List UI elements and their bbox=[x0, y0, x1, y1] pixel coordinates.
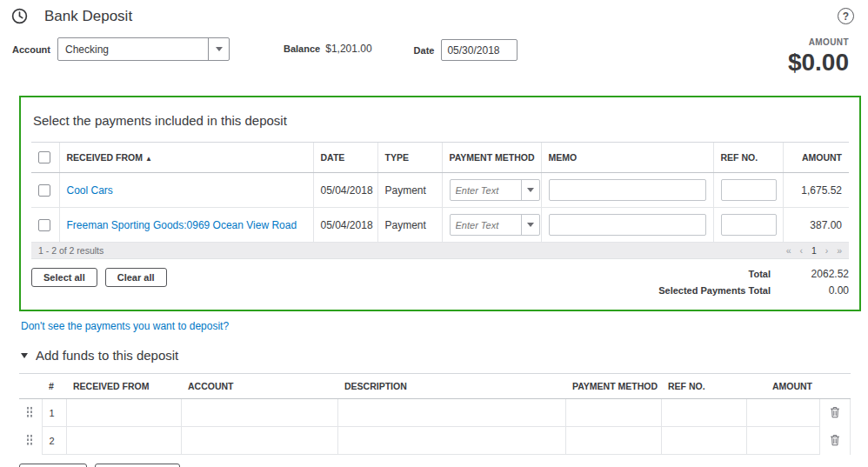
payment-row-1-memo-input[interactable] bbox=[549, 179, 706, 201]
pagination-last-icon[interactable]: » bbox=[837, 245, 842, 256]
payment-row-1-received-from-link[interactable]: Cool Cars bbox=[67, 184, 113, 197]
row-1-delete-button[interactable] bbox=[819, 399, 851, 427]
row-2-number: 2 bbox=[42, 427, 66, 455]
payment-row-2-memo-input[interactable] bbox=[549, 214, 706, 236]
payment-row-2-method-dropdown-arrow-icon[interactable] bbox=[521, 215, 539, 235]
clear-all-button[interactable]: Clear all bbox=[105, 268, 167, 287]
payment-row-1-checkbox[interactable] bbox=[38, 184, 50, 197]
payment-row-2: Freeman Sporting Goods:0969 Ocean View R… bbox=[31, 208, 849, 243]
row-1-received-from-cell[interactable] bbox=[66, 399, 181, 427]
payments-header-row: RECEIVED FROM▲ DATE TYPE PAYMENT METHOD … bbox=[31, 143, 849, 173]
col-amount[interactable]: AMOUNT bbox=[783, 143, 849, 173]
account-select[interactable]: Checking bbox=[57, 37, 230, 61]
payment-row-2-method-combo[interactable] bbox=[450, 214, 540, 236]
add-funds-heading-text: Add funds to this deposit bbox=[36, 348, 178, 363]
pagination-prev-icon[interactable]: ‹ bbox=[800, 245, 804, 256]
col-payment-method[interactable]: PAYMENT METHOD bbox=[442, 143, 541, 173]
pagination-current-page[interactable]: 1 bbox=[811, 245, 817, 256]
payment-row-1-ref-input[interactable] bbox=[721, 179, 777, 201]
af-col-account: ACCOUNT bbox=[181, 374, 337, 399]
payment-row-1-method-input[interactable] bbox=[451, 185, 521, 196]
payment-row-1-type: Payment bbox=[377, 173, 442, 208]
row-2-ref-no-cell[interactable] bbox=[661, 427, 746, 455]
row-1-account-cell[interactable] bbox=[181, 399, 337, 427]
add-lines-button[interactable]: Add lines bbox=[19, 464, 87, 467]
af-col-actions bbox=[819, 374, 851, 399]
row-2-delete-button[interactable] bbox=[819, 427, 851, 455]
payment-row-2-checkbox[interactable] bbox=[38, 219, 50, 231]
payment-row-1: Cool Cars 05/04/2018 Payment 1,675.52 bbox=[31, 173, 849, 208]
payment-row-2-method-input[interactable] bbox=[451, 220, 521, 230]
payment-row-2-amount: 387.00 bbox=[783, 208, 849, 243]
payment-row-2-ref-input[interactable] bbox=[721, 214, 777, 236]
row-1-drag-handle-icon[interactable] bbox=[26, 406, 33, 417]
row-2-received-from-cell[interactable] bbox=[66, 427, 181, 455]
total-value: 2062.52 bbox=[771, 268, 849, 280]
dont-see-payments-link: Don't see the payments you want to depos… bbox=[21, 320, 868, 332]
payments-panel: Select the payments included in this dep… bbox=[19, 96, 861, 311]
payment-row-1-method-combo[interactable] bbox=[450, 179, 540, 201]
af-col-num: # bbox=[42, 374, 66, 399]
payment-row-2-date: 05/04/2018 bbox=[313, 208, 377, 243]
collapse-triangle-icon bbox=[21, 353, 28, 358]
col-received-from[interactable]: RECEIVED FROM▲ bbox=[59, 143, 313, 173]
selected-total-value: 0.00 bbox=[771, 284, 849, 297]
col-memo[interactable]: MEMO bbox=[541, 143, 713, 173]
clear-all-lines-button[interactable]: Clear all lines bbox=[95, 464, 181, 467]
deposit-form-row: Account Checking Balance $1,201.00 Date … bbox=[0, 29, 868, 77]
payments-totals: Total 2062.52 Selected Payments Total 0.… bbox=[658, 268, 849, 301]
row-2-drag-handle-icon[interactable] bbox=[26, 434, 33, 445]
row-1-description-cell[interactable] bbox=[337, 399, 565, 427]
pagination-next-icon[interactable]: › bbox=[825, 245, 829, 256]
payment-row-2-type: Payment bbox=[377, 208, 442, 243]
row-1-ref-no-cell[interactable] bbox=[661, 399, 746, 427]
trash-icon bbox=[830, 434, 840, 446]
row-2-description-cell[interactable] bbox=[337, 427, 565, 455]
page-header: Bank Deposit ? bbox=[0, 0, 868, 29]
page-title: Bank Deposit bbox=[44, 8, 132, 25]
add-funds-footer: Add lines Clear all lines Other funds to… bbox=[19, 464, 851, 467]
sort-arrow-icon: ▲ bbox=[145, 155, 152, 163]
dont-see-payments-link-text[interactable]: Don't see the payments you want to depos… bbox=[21, 320, 229, 332]
amount-block: AMOUNT $0.00 bbox=[788, 37, 856, 77]
add-funds-table: # RECEIVED FROM ACCOUNT DESCRIPTION PAYM… bbox=[19, 373, 851, 455]
af-col-payment-method: PAYMENT METHOD bbox=[565, 374, 661, 399]
row-1-payment-method-cell[interactable] bbox=[565, 399, 661, 427]
help-icon[interactable]: ? bbox=[838, 8, 854, 24]
payments-table: RECEIVED FROM▲ DATE TYPE PAYMENT METHOD … bbox=[31, 142, 849, 243]
col-date[interactable]: DATE bbox=[313, 143, 377, 173]
af-col-description: DESCRIPTION bbox=[337, 374, 565, 399]
add-funds-heading[interactable]: Add funds to this deposit bbox=[21, 348, 868, 363]
row-1-number: 1 bbox=[42, 399, 66, 427]
af-col-amount: AMOUNT bbox=[746, 374, 819, 399]
pagination-results-text: 1 - 2 of 2 results bbox=[38, 245, 103, 256]
payment-row-2-received-from-link[interactable]: Freeman Sporting Goods:0969 Ocean View R… bbox=[67, 219, 297, 231]
pagination-controls: « ‹ 1 › » bbox=[780, 245, 842, 256]
col-ref-no[interactable]: REF NO. bbox=[713, 143, 783, 173]
pagination-first-icon[interactable]: « bbox=[786, 245, 791, 256]
row-2-payment-method-cell[interactable] bbox=[565, 427, 661, 455]
date-label: Date bbox=[414, 45, 435, 56]
payment-row-1-method-dropdown-arrow-icon[interactable] bbox=[521, 180, 539, 200]
select-all-button[interactable]: Select all bbox=[31, 268, 97, 287]
add-funds-row-1: 1 bbox=[19, 399, 851, 427]
account-selected-value: Checking bbox=[58, 43, 208, 56]
selected-total-label: Selected Payments Total bbox=[658, 285, 771, 296]
recent-transactions-icon[interactable] bbox=[10, 7, 29, 25]
pagination-bar: 1 - 2 of 2 results « ‹ 1 › » bbox=[31, 243, 849, 259]
row-2-account-cell[interactable] bbox=[181, 427, 337, 455]
select-all-header-checkbox-cell bbox=[31, 143, 59, 173]
af-col-received-from: RECEIVED FROM bbox=[66, 374, 181, 399]
row-2-amount-cell[interactable] bbox=[746, 427, 819, 455]
af-col-drag bbox=[19, 374, 42, 399]
select-all-checkbox[interactable] bbox=[38, 151, 50, 163]
row-1-amount-cell[interactable] bbox=[746, 399, 819, 427]
balance-label: Balance bbox=[284, 43, 320, 54]
date-input[interactable] bbox=[441, 39, 517, 61]
col-type[interactable]: TYPE bbox=[377, 143, 442, 173]
amount-label: AMOUNT bbox=[788, 37, 849, 47]
amount-value: $0.00 bbox=[788, 49, 849, 77]
balance-group: Balance $1,201.00 bbox=[284, 43, 372, 55]
account-dropdown-arrow-icon[interactable] bbox=[208, 38, 229, 60]
bank-deposit-page: Bank Deposit ? Account Checking Balance … bbox=[0, 0, 868, 467]
